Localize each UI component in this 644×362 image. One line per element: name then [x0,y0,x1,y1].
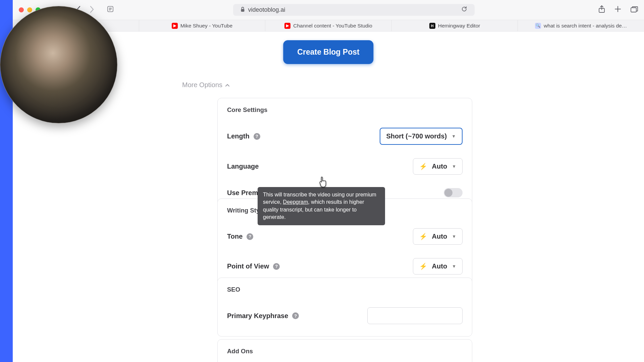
help-icon[interactable]: ? [247,233,253,240]
seo-card: SEO Primary Keyphrase ? [217,278,472,337]
addons-title: Add Ons [227,348,463,355]
favicon-icon: ▶ [284,23,290,29]
bolt-icon: ⚡ [419,163,427,170]
help-icon[interactable]: ? [292,312,299,319]
share-icon[interactable] [598,5,605,15]
chevron-down-icon: ▼ [452,264,456,269]
chevron-down-icon: ▼ [452,234,456,239]
url-host: videotoblog.ai [248,6,285,13]
pov-select[interactable]: ⚡ Auto ▼ [413,258,463,275]
length-row: Length ? Short (~700 words) ▼ [227,121,463,152]
bolt-icon: ⚡ [419,262,427,270]
reload-icon[interactable] [461,6,467,14]
language-row: Language ⚡ Auto ▼ [227,152,463,181]
toggle-knob [444,189,452,197]
favicon-icon: ▶ [172,23,178,29]
chevron-down-icon: ▼ [451,134,456,139]
pov-label: Point of View [227,262,269,270]
length-select[interactable]: Short (~700 words) ▼ [380,128,463,145]
tabs-overview-icon[interactable] [631,6,638,14]
keyphrase-input[interactable] [367,307,463,324]
bolt-icon: ⚡ [419,233,427,240]
length-label: Length [227,132,250,140]
tab-label: Channel content - YouTube Studio [293,23,372,29]
language-label: Language [227,163,259,170]
tab-youtube-studio[interactable]: ▶Channel content - YouTube Studio [265,20,392,31]
tone-label: Tone [227,233,243,240]
language-value: Auto [432,163,447,170]
language-select[interactable]: ⚡ Auto ▼ [413,158,463,175]
help-icon[interactable]: ? [254,133,260,140]
premium-toggle[interactable] [444,188,463,197]
tab-hemingway[interactable]: HHemingway Editor [392,20,518,31]
keyphrase-label: Primary Keyphrase [227,312,288,320]
premium-tooltip: This will transcribe the video using our… [258,187,385,225]
minimize-window-icon[interactable] [27,7,32,12]
browser-toolbar: videotoblog.ai [13,0,644,20]
keyphrase-row: Primary Keyphrase ? [227,301,463,327]
more-options-toggle[interactable]: More Options [182,81,230,89]
svg-rect-10 [631,8,636,12]
presenter-webcam [0,6,117,123]
seo-title: SEO [227,286,463,293]
lock-icon [240,7,245,13]
length-value: Short (~700 words) [386,132,447,140]
tone-select[interactable]: ⚡ Auto ▼ [413,228,463,245]
close-window-icon[interactable] [19,7,24,12]
forward-icon [90,6,94,14]
tone-row: Tone ? ⚡ Auto ▼ [227,222,463,251]
addons-card: Add Ons [217,339,472,362]
new-tab-icon[interactable] [614,6,621,14]
tooltip-link[interactable]: Deepgram [283,199,308,205]
tab-label: Hemingway Editor [438,23,480,29]
tab-search-intent[interactable]: 🔍what is search intent - analysis de… [518,20,644,31]
tab-label: what is search intent - analysis de… [544,23,627,29]
address-bar[interactable]: videotoblog.ai [233,4,475,16]
reader-icon[interactable] [107,6,114,14]
chevron-down-icon: ▼ [452,164,456,169]
help-icon[interactable]: ? [273,263,280,270]
favicon-icon: 🔍 [535,23,541,29]
create-blog-post-button[interactable]: Create Blog Post [283,40,373,64]
tab-strip: Mmikesaidthat.com ▶Mike Shuey - YouTube … [13,20,644,32]
tab-label: Mike Shuey - YouTube [180,23,232,29]
more-options-label: More Options [182,81,222,89]
tone-value: Auto [432,233,447,240]
favicon-icon: H [429,23,435,29]
tab-youtube[interactable]: ▶Mike Shuey - YouTube [139,20,266,31]
svg-rect-6 [241,9,244,12]
chevron-up-icon [225,82,230,88]
core-settings-title: Core Settings [227,106,463,114]
pov-value: Auto [432,262,447,270]
pov-row: Point of View ? ⚡ Auto ▼ [227,251,463,277]
